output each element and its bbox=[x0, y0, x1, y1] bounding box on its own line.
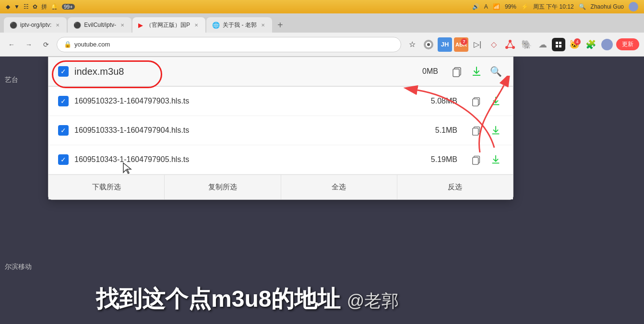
toolbar-icons-group: ☆ JH ABR 7 ▷| ◇ 🐘 ☁ 🐱 4 🧩 更新 bbox=[405, 37, 639, 52]
filesize-0: 0MB bbox=[400, 67, 438, 76]
copy-selected-button[interactable]: 复制所选 bbox=[165, 175, 281, 199]
copy-icon-1[interactable] bbox=[469, 93, 484, 109]
download-icon-0[interactable] bbox=[469, 64, 484, 79]
tab-close-1[interactable]: ✕ bbox=[54, 22, 61, 28]
download-icon-2[interactable] bbox=[488, 123, 503, 138]
apple-menu-icon[interactable]: ◆ bbox=[6, 3, 10, 10]
svg-point-2 bbox=[427, 43, 430, 46]
invert-selection-button[interactable]: 反选 bbox=[397, 175, 513, 199]
svg-line-7 bbox=[510, 41, 513, 47]
tab-evilcult[interactable]: ⚫ EvilCult/iptv- ✕ bbox=[68, 17, 131, 33]
download-selected-button[interactable]: 下载所选 bbox=[48, 175, 165, 199]
browser-tab-bar: ⚫ iptv-org/iptv: ✕ ⚫ EvilCult/iptv- ✕ ▶ … bbox=[0, 13, 644, 33]
macos-left-icons: ◆ ▼ ☷ ✿ 拼 🔔 99+ bbox=[6, 3, 75, 11]
subtitle-text: 找到这个点m3u8的地址 @老郭 bbox=[96, 284, 644, 314]
search-icon-0[interactable]: 🔍 bbox=[488, 64, 503, 79]
copy-icon-0[interactable] bbox=[450, 64, 465, 79]
svg-rect-9 bbox=[556, 42, 558, 44]
svg-rect-20 bbox=[473, 128, 478, 135]
download-row-3: ✓ 1609510343-1-1604797905.hls.ts 5.19MB bbox=[48, 145, 513, 174]
filesize-2: 5.1MB bbox=[419, 126, 457, 135]
svg-rect-23 bbox=[473, 157, 478, 164]
reload-button[interactable]: ⟳ bbox=[39, 38, 53, 51]
wechat-icon: ✿ bbox=[33, 3, 37, 10]
forward-button[interactable]: → bbox=[22, 38, 36, 51]
bottom-buttons-row: 下载所选 复制所选 全选 反选 bbox=[48, 174, 513, 199]
ext-diamond-icon[interactable]: ◇ bbox=[487, 37, 501, 52]
battery-level: 99% bbox=[505, 3, 516, 10]
ext-network-icon[interactable] bbox=[503, 37, 517, 52]
tab-label-4: 关于我 - 老郭 bbox=[223, 21, 257, 29]
download-row-0: ✓ index.m3u8 0MB 🔍 bbox=[48, 57, 513, 87]
checkbox-3[interactable]: ✓ bbox=[58, 154, 69, 165]
sidebar-label-1: 艺台 bbox=[0, 71, 48, 89]
globe-icon: 🌐 bbox=[212, 22, 220, 29]
download-row-2: ✓ 1609510333-1-1604797904.hls.ts 5.1MB bbox=[48, 116, 513, 145]
ext-evernote-icon[interactable]: 🐘 bbox=[519, 37, 534, 52]
download-icon-1[interactable] bbox=[488, 93, 503, 109]
filename-1: 1609510323-1-1604797903.hls.ts bbox=[74, 97, 413, 105]
user-avatar-btn[interactable] bbox=[600, 37, 614, 52]
row-actions-3 bbox=[469, 152, 503, 167]
checkbox-0[interactable]: ✓ bbox=[58, 66, 69, 77]
copy-icon-3[interactable] bbox=[469, 152, 484, 167]
bookmark-button[interactable]: ☆ bbox=[405, 37, 419, 52]
sidebar-label-2: 尔滨移动 bbox=[0, 258, 53, 276]
spotlight-icon[interactable]: 🔍 bbox=[579, 3, 586, 10]
svg-rect-10 bbox=[559, 42, 561, 44]
tab-youtube[interactable]: ▶ （官网正版）国P ✕ bbox=[132, 17, 205, 33]
wifi-icon: 📶 bbox=[493, 3, 500, 10]
select-all-button[interactable]: 全选 bbox=[281, 175, 397, 199]
macos-top-bar: ◆ ▼ ☷ ✿ 拼 🔔 99+ 🔊 A 📶 99% ⚡ 周五 下午 10:12 … bbox=[0, 0, 644, 13]
ext-puzzle-icon[interactable]: 🧩 bbox=[584, 37, 598, 52]
app-icon-2: ☷ bbox=[24, 3, 29, 10]
url-text: youtube.com bbox=[74, 41, 110, 48]
subtitle-at: @老郭 bbox=[347, 291, 399, 311]
checkbox-1[interactable]: ✓ bbox=[58, 96, 69, 106]
ext-orb-icon[interactable] bbox=[421, 37, 436, 52]
ext-abr-icon[interactable]: ABR 7 bbox=[454, 37, 468, 52]
ext-cat-icon[interactable]: 🐱 4 bbox=[567, 37, 582, 52]
github-icon-2: ⚫ bbox=[73, 22, 81, 29]
charge-icon: ⚡ bbox=[521, 3, 528, 10]
filename-2: 1609510333-1-1604797904.hls.ts bbox=[74, 126, 413, 135]
subtitle-main: 找到这个点m3u8的地址 bbox=[96, 286, 340, 312]
address-input[interactable]: 🔒 youtube.com bbox=[57, 37, 401, 52]
app-icon-1: ▼ bbox=[14, 3, 20, 10]
ext-jh-icon[interactable]: JH bbox=[438, 37, 452, 52]
lock-icon: 🔒 bbox=[64, 41, 72, 48]
ext-black-square-icon[interactable] bbox=[552, 38, 565, 51]
filename-0: index.m3u8 bbox=[74, 66, 394, 77]
checkbox-2[interactable]: ✓ bbox=[58, 125, 69, 136]
copy-icon-2[interactable] bbox=[469, 123, 484, 138]
svg-rect-14 bbox=[453, 69, 459, 77]
download-icon-3[interactable] bbox=[488, 152, 503, 167]
update-button[interactable]: 更新 bbox=[616, 38, 639, 50]
tab-close-2[interactable]: ✕ bbox=[119, 22, 126, 28]
filename-3: 1609510343-1-1604797905.hls.ts bbox=[74, 155, 413, 164]
download-manager-popup: ✓ index.m3u8 0MB 🔍 ✓ 1609510323-1-160479… bbox=[48, 57, 513, 200]
tab-close-3[interactable]: ✕ bbox=[193, 22, 200, 28]
page-content-area: 艺台 尔滨移动 ✓ index.m3u8 0MB 🔍 ✓ 1609510323-… bbox=[0, 57, 644, 324]
app-icon-3: 拼 bbox=[41, 3, 47, 11]
tab-iptv-org[interactable]: ⚫ iptv-org/iptv: ✕ bbox=[4, 17, 67, 33]
youtube-icon: ▶ bbox=[138, 22, 143, 29]
new-tab-button[interactable]: + bbox=[273, 17, 287, 33]
macos-right-icons: 🔊 A 📶 99% ⚡ 周五 下午 10:12 🔍 Zhaohui Guo bbox=[472, 2, 638, 12]
tab-close-4[interactable]: ✕ bbox=[260, 22, 266, 28]
ext-arrow-icon[interactable]: ▷| bbox=[470, 37, 485, 52]
filesize-3: 5.19MB bbox=[419, 155, 457, 164]
back-button[interactable]: ← bbox=[5, 38, 18, 51]
tab-about-me[interactable]: 🌐 关于我 - 老郭 ✕ bbox=[206, 17, 272, 33]
notification-badge: 99+ bbox=[62, 4, 75, 10]
svg-line-6 bbox=[507, 41, 510, 47]
volume-icon: 🔊 bbox=[472, 3, 479, 10]
tab-label-3: （官网正版）国P bbox=[146, 21, 190, 29]
datetime: 周五 下午 10:12 bbox=[533, 3, 574, 11]
address-bar-area: ← → ⟳ 🔒 youtube.com ☆ JH ABR 7 ▷| ◇ 🐘 ☁ … bbox=[0, 33, 644, 57]
ext-cloud-icon[interactable]: ☁ bbox=[536, 37, 550, 52]
svg-rect-11 bbox=[556, 45, 558, 47]
input-method-indicator: A bbox=[484, 3, 488, 10]
svg-rect-17 bbox=[473, 99, 478, 106]
filesize-1: 5.08MB bbox=[419, 97, 457, 105]
